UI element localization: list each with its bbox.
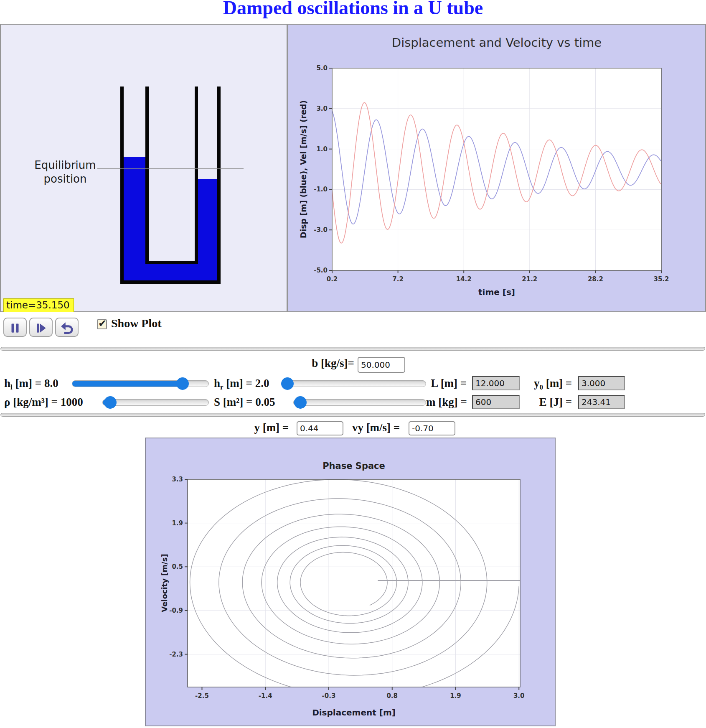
rho-slider[interactable] — [102, 399, 209, 406]
checkmark-icon: ✔ — [98, 318, 107, 329]
hl-slider-thumb[interactable] — [176, 377, 189, 390]
equilibrium-line — [97, 168, 244, 169]
S-slider-thumb[interactable] — [294, 396, 307, 409]
hl-label: hl [m] = 8.0 — [4, 375, 58, 395]
m-label: m [kg] = — [426, 394, 470, 410]
page-title: Damped oscillations in a U tube — [0, 0, 706, 19]
equilibrium-label: Equilibrium position — [25, 158, 105, 186]
hl-slider[interactable] — [72, 380, 209, 387]
reset-button[interactable] — [55, 318, 79, 337]
step-forward-icon — [34, 321, 48, 335]
svg-text:-5.0: -5.0 — [314, 267, 328, 274]
svg-text:-2.5: -2.5 — [195, 692, 209, 700]
svg-text:-1.4: -1.4 — [259, 692, 272, 700]
hl-slider-fill — [72, 381, 183, 387]
S-value: 0.05 — [255, 396, 275, 408]
pause-icon — [8, 321, 22, 335]
hr-label: hr [m] = 2.0 — [214, 375, 269, 395]
vy-state-label: vy [m/s] = — [345, 420, 403, 435]
b-input[interactable] — [358, 357, 405, 373]
m-field: 600 — [472, 395, 520, 409]
svg-text:-0.9: -0.9 — [169, 607, 183, 614]
L-label: L [m] = — [426, 375, 470, 391]
svg-text:28.2: 28.2 — [588, 275, 603, 283]
hr-slider[interactable] — [285, 380, 426, 387]
svg-text:3.0: 3.0 — [513, 692, 525, 700]
svg-text:0.2: 0.2 — [327, 275, 338, 283]
rho-value: 1000 — [61, 396, 83, 408]
svg-text:35.2: 35.2 — [653, 275, 669, 283]
svg-text:1.0: 1.0 — [316, 145, 328, 153]
y0-field: 3.000 — [578, 376, 625, 390]
vy-input[interactable] — [409, 421, 455, 435]
u-tube-panel: Equilibrium position time=35.150 — [0, 24, 287, 312]
tube-outer-right-wall — [217, 87, 221, 284]
liquid-left-column — [124, 157, 145, 280]
svg-text:3.3: 3.3 — [172, 476, 183, 483]
svg-text:5.0: 5.0 — [316, 64, 328, 72]
svg-text:0.5: 0.5 — [172, 563, 183, 570]
S-slider[interactable] — [293, 399, 426, 406]
svg-text:-1.0: -1.0 — [314, 186, 328, 193]
simulation-window: Damped oscillations in a U tube Equilibr… — [0, 0, 706, 728]
rho-label: ρ [kg/m³] = 1000 — [4, 394, 83, 410]
svg-text:0.8: 0.8 — [386, 692, 398, 700]
svg-text:1.9: 1.9 — [172, 519, 183, 527]
svg-text:3.0: 3.0 — [316, 105, 328, 112]
pause-button[interactable] — [3, 318, 27, 337]
y-input[interactable] — [297, 421, 343, 435]
liquid-bottom — [124, 264, 217, 280]
show-plot-label[interactable]: Show Plot — [111, 317, 162, 330]
svg-text:7.2: 7.2 — [392, 275, 404, 283]
hl-value: 8.0 — [44, 377, 58, 389]
y0-label: y0 [m] = — [523, 375, 575, 395]
E-label: E [J] = — [523, 394, 575, 410]
svg-text:1.9: 1.9 — [450, 692, 461, 700]
svg-text:-3.0: -3.0 — [314, 226, 328, 234]
b-label: b [kg/s]= — [267, 355, 354, 371]
hr-value: 2.0 — [255, 377, 269, 389]
step-button[interactable] — [29, 318, 53, 337]
time-plot-canvas: 0.27.214.221.228.235.25.03.01.0-1.0-3.0-… — [288, 25, 705, 311]
svg-text:-2.3: -2.3 — [169, 651, 183, 658]
E-field: 243.41 — [578, 395, 625, 409]
time-badge: time=35.150 — [3, 298, 74, 312]
svg-text:21.2: 21.2 — [522, 275, 537, 283]
tube-outer-bottom — [120, 280, 221, 284]
phase-space-panel: Phase Space Velocity [m/s] Displacement … — [145, 438, 556, 726]
L-field: 12.000 — [472, 376, 520, 390]
tube-inner-left-wall — [145, 87, 149, 264]
hr-slider-thumb[interactable] — [281, 377, 294, 390]
svg-text:14.2: 14.2 — [456, 275, 472, 283]
time-plot-panel: Displacement and Velocity vs time Disp [… — [287, 24, 706, 312]
S-label: S [m²] = 0.05 — [214, 394, 275, 410]
rho-slider-thumb[interactable] — [104, 396, 117, 409]
divider-top — [0, 347, 705, 351]
y-state-label: y [m] = — [234, 420, 292, 435]
svg-text:-0.3: -0.3 — [322, 692, 336, 700]
tube-inner-right-wall — [195, 87, 198, 264]
divider-bottom — [0, 413, 705, 417]
show-plot-checkbox[interactable]: ✔ — [97, 319, 107, 329]
phase-plot-canvas: -2.5-1.4-0.30.81.93.03.31.90.5-0.9-2.3 — [146, 438, 556, 725]
tube-outer-left-wall — [120, 87, 124, 284]
reset-icon — [60, 321, 74, 335]
tube-inner-bottom — [145, 261, 198, 264]
